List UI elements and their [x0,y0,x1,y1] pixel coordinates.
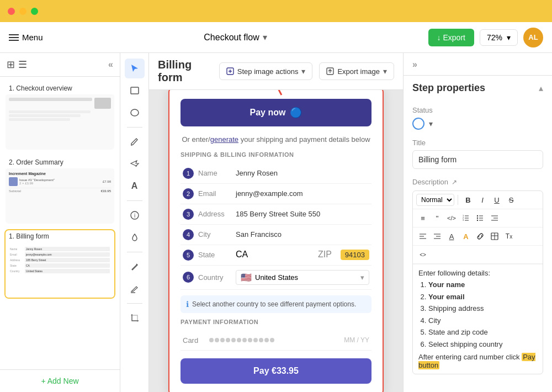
form-row-address: 3 Address 185 Berry Street Suite 550 [181,204,371,225]
link-button[interactable] [474,230,487,243]
status-chevron-icon[interactable] [429,119,433,129]
pencil-tool-button[interactable] [125,257,145,277]
status-value-row [412,118,543,130]
form-row-name: 1 Name Jenny Rosen [181,163,371,184]
close-button[interactable] [8,8,15,15]
tool-divider-1 [127,127,142,128]
editor-content[interactable]: Enter following details: Your name Your … [413,264,543,374]
rectangle-tool-button[interactable] [125,81,145,100]
pay-now-button[interactable]: Pay now 🔵 [181,99,371,126]
payment-section: PAYMENT INFORMATION Card MM / YY [181,319,371,351]
form-value-city: San Francisco [236,230,369,239]
right-sidebar-expand-icon[interactable]: » [412,60,417,70]
sidebar-item-order-summary[interactable]: 2. Order Summary Increment Magazine Issu… [4,155,115,225]
table-button[interactable] [488,230,501,243]
right-sidebar-title: Step properties [412,82,485,94]
underline-button[interactable]: U [490,193,503,206]
step-image-actions-label: Step image actions [237,67,299,76]
svg-point-15 [477,220,478,221]
canvas-wrapper: Pay now 🔵 Or enter/generate your shippin… [168,90,384,392]
ordered-list-button[interactable]: 123 [459,211,473,225]
highlighter-tool-button[interactable] [125,279,145,299]
avatar[interactable]: AL [523,28,543,47]
text-indent-button[interactable] [431,230,444,243]
toolbar-divider [458,195,458,205]
right-sidebar-collapse-button[interactable]: ▴ [539,83,543,93]
font-color-button[interactable]: A [445,230,458,243]
drop-tool-button[interactable] [125,227,145,247]
country-chevron-icon: ▾ [360,273,364,282]
pay-submit-button[interactable]: Pay €33.95 [181,358,371,384]
svg-text:i: i [134,213,135,219]
minimize-button[interactable] [19,8,26,15]
info-row: ℹ Select another country to see differen… [181,295,371,313]
title-prop-row: Title [412,139,543,169]
unordered-list-button[interactable] [474,211,487,225]
code-button[interactable]: </> [445,211,458,225]
form-label-country: Country [198,273,231,282]
pen-tool-button[interactable] [125,132,145,152]
sidebar-item-label-3: 1. Billing form [6,230,114,242]
form-label-name: Name [198,169,231,177]
code-block-button[interactable]: <> [416,248,429,261]
info-icon: ℹ [186,300,189,309]
form-row-num-2: 2 [183,188,194,199]
form-row-num-5: 5 [183,250,194,261]
sidebar-item-thumb-2: Increment Magazine Issue #3 "Development… [6,168,114,224]
maximize-button[interactable] [31,8,38,15]
menu-button[interactable]: Menu [9,33,43,42]
bold-button[interactable]: B [461,193,475,206]
sidebar-item-checkout-overview[interactable]: 1. Checkout overview [4,81,115,151]
step-image-chevron-icon [301,67,305,76]
font-style-select[interactable]: Normal [416,194,454,206]
info-tool-button[interactable]: i [125,205,145,225]
list-view-button[interactable]: ☰ [18,59,27,71]
add-new-button[interactable]: + Add New [0,369,120,392]
zoom-control[interactable]: 72% ▾ [480,29,518,46]
country-select[interactable]: 🇺🇸 United States ▾ [236,270,369,285]
pay-now-label: Pay now [250,108,286,118]
sidebar-header: ⊞ ☰ « [0,53,120,77]
svg-point-1 [131,109,139,116]
sidebar-item-label-2: 2. Order Summary [6,156,114,168]
form-label-address: Address [198,210,231,218]
payment-section-title: PAYMENT INFORMATION [181,319,371,325]
step-image-actions-button[interactable]: Step image actions [219,62,313,80]
toolbar-row-4: <> [413,246,543,264]
sidebar-item-thumb-3: Name Jenny Rosen Email jenny@example.com… [6,242,114,298]
clear-format-button[interactable]: Tx [502,230,516,243]
italic-button[interactable]: I [476,193,489,206]
tool-sidebar: A i [120,53,149,392]
export-button[interactable]: ↓ Export [428,29,474,46]
card-dots [209,338,274,342]
crop-tool-button[interactable] [125,308,145,328]
sidebar-collapse-button[interactable]: « [108,60,113,70]
tool-divider-4 [127,303,142,304]
grid-view-button[interactable]: ⊞ [7,59,15,71]
text-tool-button[interactable]: A [125,176,145,196]
indent-button[interactable] [488,211,501,225]
text-align-left-button[interactable] [416,230,429,243]
title-input[interactable] [412,150,543,169]
description-prop-row: Description ↗ Normal B I U S [412,178,543,374]
description-label: Description [412,178,448,186]
svg-rect-0 [131,87,139,94]
quote-button[interactable]: " [431,211,444,225]
arrow-tool-button[interactable] [125,154,145,174]
tool-divider-3 [127,252,142,252]
flow-title-chevron[interactable]: ▾ [263,32,267,43]
svg-point-13 [477,215,478,216]
menu-label: Menu [22,33,43,42]
form-label-city: City [198,230,231,239]
external-link-icon[interactable]: ↗ [452,178,457,186]
zoom-chevron: ▾ [507,33,511,42]
cursor-tool-button[interactable] [125,59,145,78]
sidebar-item-billing-form[interactable]: 1. Billing form Name Jenny Rosen Email j… [4,229,115,299]
strikethrough-button[interactable]: S [505,193,518,206]
highlight-button[interactable]: A [459,230,473,243]
ellipse-tool-button[interactable] [125,103,145,123]
sidebar-item-label-1: 1. Checkout overview [6,82,114,94]
align-left-button[interactable]: ≡ [416,211,429,225]
form-label-state: State [198,251,231,259]
export-image-button[interactable]: Export image [319,62,394,80]
